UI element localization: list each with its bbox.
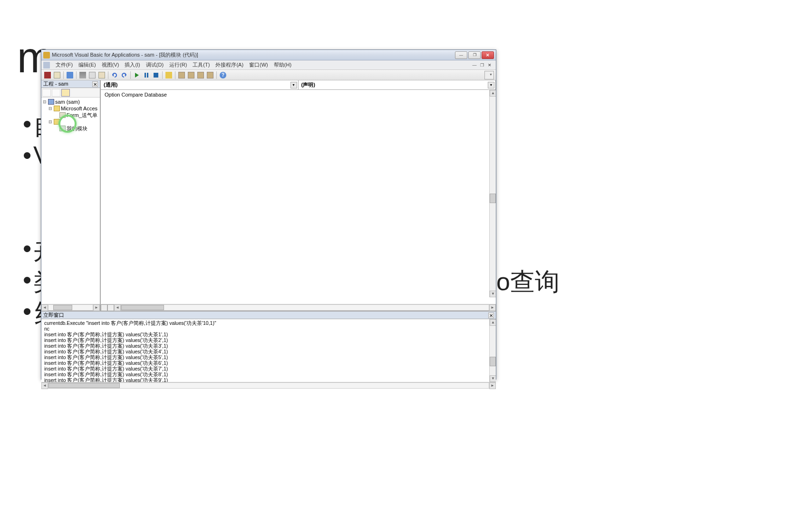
undo-icon xyxy=(111,72,118,78)
dropdown-arrow-icon[interactable]: ▼ xyxy=(290,82,297,88)
project-tree[interactable]: ⊟ sam (sam) ⊟ Microsoft Acces Form_送气单 ⊟ xyxy=(41,98,100,304)
immediate-line: insert into 客户(客户简称,计提方案) values('功夫茶8',… xyxy=(44,371,493,377)
tree-node-modules-folder[interactable]: ⊟ xyxy=(42,118,99,125)
object-browser-button[interactable] xyxy=(196,71,205,79)
menu-addins[interactable]: 外接程序(A) xyxy=(213,60,246,69)
scroll-thumb[interactable] xyxy=(48,383,120,388)
menu-insert[interactable]: 插入(I) xyxy=(122,60,143,69)
scroll-up-button[interactable]: ▲ xyxy=(490,90,496,97)
code-hscroll[interactable]: ◄ ► xyxy=(101,304,496,311)
save-button[interactable] xyxy=(66,71,74,79)
tree-label: sam (sam) xyxy=(55,99,80,105)
scroll-down-button[interactable]: ▼ xyxy=(490,291,496,297)
tree-label: Microsoft Acces xyxy=(61,106,97,111)
object-dropdown[interactable]: (通用) ▼ xyxy=(101,80,299,89)
scroll-track[interactable] xyxy=(48,304,93,311)
scroll-down-button[interactable]: ▼ xyxy=(490,375,496,382)
view-access-button[interactable] xyxy=(43,71,52,79)
menu-edit[interactable]: 编辑(E) xyxy=(76,60,99,69)
project-icon xyxy=(48,99,54,105)
code-editor[interactable]: Option Compare Database ▲ ▼ xyxy=(101,90,496,304)
stop-icon xyxy=(154,73,158,78)
reset-button[interactable] xyxy=(152,71,160,79)
doc-restore-button[interactable]: ❐ xyxy=(479,62,485,68)
scroll-thumb[interactable] xyxy=(490,194,496,203)
insert-icon xyxy=(54,72,60,78)
maximize-button[interactable] xyxy=(468,51,481,59)
design-mode-button[interactable] xyxy=(164,71,173,79)
full-module-view-button[interactable] xyxy=(107,304,114,311)
dropdown-arrow-icon[interactable]: ▼ xyxy=(488,82,494,88)
tree-node-module[interactable]: 我的模块 xyxy=(42,125,99,132)
scroll-right-button[interactable]: ► xyxy=(489,304,496,311)
bg-bullet: • xyxy=(23,265,31,294)
doc-minimize-button[interactable]: — xyxy=(471,62,478,68)
project-explorer-button[interactable] xyxy=(177,71,186,79)
scroll-thumb[interactable] xyxy=(121,305,164,310)
code-vscroll[interactable]: ▲ ▼ xyxy=(489,90,496,297)
immediate-editor[interactable]: currentdb.Execute "insert into 客户(客户简称,计… xyxy=(41,319,496,382)
view-object-button[interactable] xyxy=(52,89,60,97)
doc-close-button[interactable]: ✕ xyxy=(486,62,493,68)
scroll-right-button[interactable]: ► xyxy=(489,382,496,389)
panel-close-button[interactable]: ✕ xyxy=(92,81,98,87)
menu-tools[interactable]: 工具(T) xyxy=(190,60,213,69)
immediate-close-button[interactable]: ✕ xyxy=(488,313,494,318)
tree-node-form[interactable]: Form_送气单 xyxy=(42,112,99,118)
immediate-line: insert into 客户(客户简称,计提方案) values('功夫茶6',… xyxy=(44,360,493,366)
view-code-button[interactable] xyxy=(42,89,51,97)
properties-icon xyxy=(188,72,194,78)
undo-button[interactable] xyxy=(110,71,119,79)
immediate-header[interactable]: 立即窗口 ✕ xyxy=(41,312,496,319)
scroll-left-button[interactable]: ◄ xyxy=(114,304,121,311)
immediate-hscroll[interactable]: ◄ ► xyxy=(41,382,496,389)
scroll-up-button[interactable]: ▲ xyxy=(490,319,496,326)
expand-icon[interactable]: ⊟ xyxy=(48,119,53,124)
tree-node-folder[interactable]: ⊟ Microsoft Acces xyxy=(42,105,99,112)
scroll-left-button[interactable]: ◄ xyxy=(41,382,48,389)
separator xyxy=(130,71,131,79)
separator xyxy=(63,71,64,79)
immediate-line: currentdb.Execute "insert into 客户(客户简称,计… xyxy=(44,320,493,326)
procedure-dropdown[interactable]: (声明) ▼ xyxy=(299,80,496,89)
scroll-left-button[interactable]: ◄ xyxy=(41,304,48,311)
run-button[interactable] xyxy=(133,71,141,79)
menu-window[interactable]: 窗口(W) xyxy=(246,60,271,69)
procedure-view-button[interactable] xyxy=(101,304,107,311)
titlebar[interactable]: Microsoft Visual Basic for Applications … xyxy=(41,50,496,60)
expand-icon[interactable]: ⊟ xyxy=(42,99,47,104)
help-button[interactable]: ? xyxy=(219,71,227,79)
system-menu-icon[interactable] xyxy=(43,62,50,68)
expand-icon[interactable]: ⊟ xyxy=(48,106,53,111)
cut-icon xyxy=(79,72,86,78)
insert-button[interactable] xyxy=(53,71,61,79)
scroll-thumb[interactable] xyxy=(490,357,496,366)
copy-button[interactable] xyxy=(88,71,97,79)
toggle-folders-button[interactable] xyxy=(61,89,70,97)
immediate-vscroll[interactable]: ▲ ▼ xyxy=(489,319,496,382)
folder-icon xyxy=(54,106,60,111)
panel-header[interactable]: 工程 - sam ✕ xyxy=(41,80,100,88)
menu-debug[interactable]: 调试(D) xyxy=(143,60,166,69)
scroll-right-button[interactable]: ► xyxy=(93,304,100,311)
break-button[interactable] xyxy=(142,71,151,79)
menu-run[interactable]: 运行(R) xyxy=(166,60,190,69)
toolbox-button[interactable] xyxy=(206,71,214,79)
paste-button[interactable] xyxy=(97,71,106,79)
properties-button[interactable] xyxy=(187,71,195,79)
tree-node-project[interactable]: ⊟ sam (sam) xyxy=(42,98,99,105)
menu-file[interactable]: 文件(F) xyxy=(53,60,76,69)
paste-icon xyxy=(98,72,105,78)
cut-button[interactable] xyxy=(78,71,87,79)
menu-view[interactable]: 视图(V) xyxy=(99,60,122,69)
close-button[interactable] xyxy=(482,51,494,59)
menubar: 文件(F) 编辑(E) 视图(V) 插入(I) 调试(D) 运行(R) 工具(T… xyxy=(41,60,496,70)
scroll-track[interactable] xyxy=(48,382,489,389)
menu-help[interactable]: 帮助(H) xyxy=(271,60,294,69)
project-hscroll[interactable]: ◄ ► xyxy=(41,304,100,311)
redo-button[interactable] xyxy=(120,71,128,79)
scroll-track[interactable] xyxy=(121,304,489,311)
scroll-thumb[interactable] xyxy=(53,305,72,310)
position-combo[interactable] xyxy=(484,71,494,79)
minimize-button[interactable] xyxy=(455,51,467,59)
